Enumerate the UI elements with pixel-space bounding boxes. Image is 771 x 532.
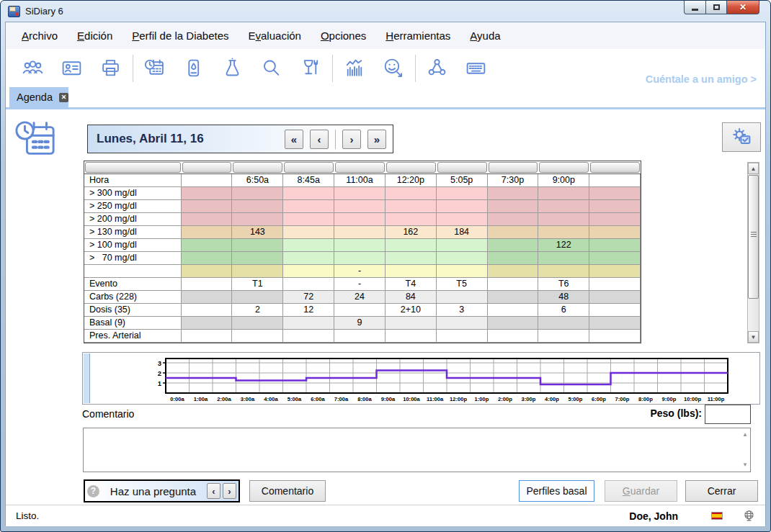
table-cell[interactable]: T5 xyxy=(437,278,488,291)
table-cell[interactable] xyxy=(589,291,641,304)
table-cell[interactable] xyxy=(334,304,386,317)
table-cell[interactable] xyxy=(334,213,386,226)
table-cell[interactable]: 6 xyxy=(538,304,589,317)
hora-cell[interactable] xyxy=(589,174,641,187)
glucose-meter-icon[interactable] xyxy=(182,57,205,79)
table-cell[interactable] xyxy=(182,291,233,304)
table-cell[interactable]: 9 xyxy=(334,317,386,330)
table-cell[interactable] xyxy=(386,330,437,343)
table-cell[interactable] xyxy=(386,265,437,278)
column-header-button[interactable] xyxy=(284,162,334,173)
table-cell[interactable] xyxy=(386,187,437,200)
table-cell[interactable]: 72 xyxy=(283,291,334,304)
table-cell[interactable] xyxy=(334,226,386,239)
table-cell[interactable] xyxy=(283,187,334,200)
weight-input[interactable] xyxy=(705,405,751,424)
table-cell[interactable] xyxy=(538,265,589,278)
table-cell[interactable] xyxy=(182,213,233,226)
menu-evaluacion[interactable]: Evaluación xyxy=(249,30,301,42)
table-cell[interactable] xyxy=(437,265,488,278)
table-cell[interactable] xyxy=(488,200,539,213)
table-cell[interactable]: 12 xyxy=(283,304,334,317)
table-cell[interactable] xyxy=(283,252,334,265)
table-cell[interactable]: T4 xyxy=(386,278,437,291)
table-cell[interactable] xyxy=(182,317,233,330)
table-cell[interactable] xyxy=(386,200,437,213)
print-icon[interactable] xyxy=(99,57,122,79)
wellness-export-icon[interactable] xyxy=(382,57,404,79)
table-cell[interactable] xyxy=(437,200,488,213)
table-cell[interactable] xyxy=(232,291,283,304)
table-cell[interactable] xyxy=(589,304,641,317)
table-cell[interactable] xyxy=(386,252,437,265)
table-cell[interactable] xyxy=(538,226,589,239)
table-cell[interactable] xyxy=(334,239,386,252)
table-cell[interactable] xyxy=(182,226,233,239)
table-cell[interactable] xyxy=(538,213,589,226)
table-cell[interactable] xyxy=(283,278,334,291)
table-cell[interactable] xyxy=(589,278,641,291)
table-cell[interactable] xyxy=(182,252,233,265)
table-cell[interactable] xyxy=(182,278,233,291)
table-cell[interactable] xyxy=(488,278,539,291)
table-cell[interactable] xyxy=(334,330,386,343)
table-cell[interactable] xyxy=(334,252,386,265)
menu-edicion[interactable]: Edición xyxy=(77,30,112,42)
column-header-button[interactable] xyxy=(437,162,487,173)
column-header-button[interactable] xyxy=(539,162,589,173)
table-cell[interactable] xyxy=(283,213,334,226)
hora-cell[interactable]: 11:00a xyxy=(334,174,386,187)
scroll-down-icon[interactable]: ▼ xyxy=(748,331,759,343)
hora-cell[interactable]: 6:50a xyxy=(232,174,283,187)
table-cell[interactable] xyxy=(488,226,539,239)
titlebar[interactable]: SiDiary 6 xyxy=(1,1,770,22)
hora-cell[interactable]: 8:45a xyxy=(283,174,334,187)
next-day-button[interactable]: › xyxy=(342,130,361,149)
table-cell[interactable]: 122 xyxy=(538,239,589,252)
menu-herramientas[interactable]: Herramientas xyxy=(386,30,450,42)
menu-opciones[interactable]: Opciones xyxy=(321,30,366,42)
comment-input[interactable] xyxy=(84,428,750,472)
table-cell[interactable] xyxy=(182,265,233,278)
ask-question-panel[interactable]: ? Haz una pregunta ‹ › xyxy=(84,479,240,502)
column-header-button[interactable] xyxy=(233,162,282,173)
menu-perfil-diabetes[interactable]: Perfil de la Diabetes xyxy=(132,30,228,42)
laboratory-icon[interactable] xyxy=(221,57,244,79)
column-header-button[interactable] xyxy=(335,162,385,173)
table-cell[interactable] xyxy=(437,187,488,200)
table-cell[interactable] xyxy=(334,187,386,200)
table-cell[interactable]: 84 xyxy=(386,291,437,304)
patient-card-icon[interactable] xyxy=(61,57,83,79)
table-cell[interactable] xyxy=(488,239,539,252)
table-cell[interactable]: 2 xyxy=(232,304,283,317)
close-button[interactable]: ✕ xyxy=(726,1,759,14)
menu-ayuda[interactable]: Ayuda xyxy=(470,30,500,42)
keyboard-icon[interactable] xyxy=(465,57,487,79)
table-cell[interactable]: T1 xyxy=(232,278,283,291)
nutrition-icon[interactable] xyxy=(299,57,321,79)
table-cell[interactable] xyxy=(386,317,437,330)
table-cell[interactable]: 184 xyxy=(437,226,488,239)
table-cell[interactable] xyxy=(232,239,283,252)
table-cell[interactable] xyxy=(182,187,233,200)
table-cell[interactable] xyxy=(283,200,334,213)
table-cell[interactable] xyxy=(589,226,641,239)
close-view-button[interactable]: Cerrar xyxy=(685,480,758,502)
table-cell[interactable]: 2+10 xyxy=(386,304,437,317)
table-cell[interactable] xyxy=(386,239,437,252)
table-cell[interactable] xyxy=(488,330,539,343)
table-cell[interactable] xyxy=(589,200,641,213)
comment-button[interactable]: Comentario xyxy=(249,480,326,502)
table-cell[interactable]: 162 xyxy=(386,226,437,239)
table-cell[interactable] xyxy=(488,213,539,226)
table-cell[interactable] xyxy=(182,304,233,317)
language-flag-icon[interactable] xyxy=(711,512,723,520)
comment-scroll-down-icon[interactable]: ▼ xyxy=(742,462,748,468)
table-cell[interactable] xyxy=(589,187,641,200)
table-cell[interactable] xyxy=(283,239,334,252)
table-cell[interactable]: - xyxy=(334,278,386,291)
table-cell[interactable] xyxy=(488,265,539,278)
agenda-settings-button[interactable] xyxy=(722,122,761,152)
hora-cell[interactable]: 7:30p xyxy=(488,174,539,187)
scroll-up-icon[interactable]: ▲ xyxy=(748,163,759,174)
